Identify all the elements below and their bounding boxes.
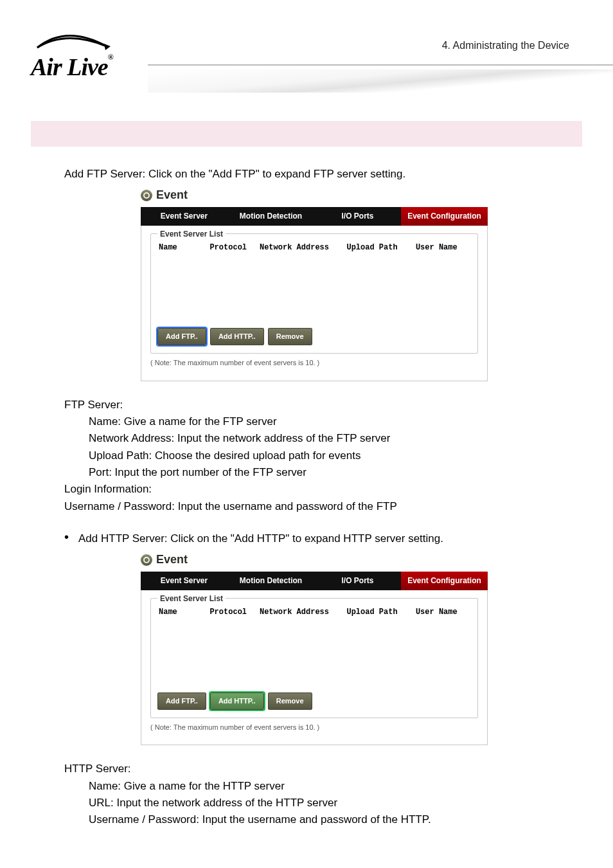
http-line-url: URL: Input the network address of the HT… — [89, 795, 564, 811]
column-headers: NameProtocol Network AddressUpload Path … — [157, 239, 471, 254]
ftp-line-name: Name: Give a name for the FTP server — [89, 413, 564, 430]
tab-motion-detection[interactable]: Motion Detection — [227, 207, 314, 226]
logo-arc-icon — [31, 32, 127, 50]
ftp-intro: Add FTP Server: Click on the "Add FTP" t… — [64, 166, 564, 183]
ftp-server-head: FTP Server: — [64, 397, 564, 413]
event-tabs: Event Server Motion Detection I/O Ports … — [141, 207, 488, 226]
chapter-label: 4. Administrating the Device — [442, 40, 569, 51]
tab-event-server[interactable]: Event Server — [141, 207, 227, 226]
ftp-line-port: Port: Input the port number of the FTP s… — [89, 464, 564, 481]
http-line-name: Name: Give a name for the HTTP server — [89, 778, 564, 795]
add-ftp-button[interactable]: Add FTP.. — [157, 328, 206, 345]
tab-event-configuration[interactable]: Event Configuration — [401, 572, 488, 590]
login-info-line: Username / Password: Input the username … — [64, 498, 564, 515]
event-screenshot-http: Event Event Server Motion Detection I/O … — [141, 551, 488, 745]
max-servers-note: ( Note: The maximum number of event serv… — [150, 357, 478, 368]
event-tabs: Event Server Motion Detection I/O Ports … — [141, 572, 488, 590]
login-info-head: Login Information: — [64, 481, 564, 498]
event-title: Event — [156, 551, 188, 569]
tab-io-ports[interactable]: I/O Ports — [314, 207, 401, 226]
fieldset-legend: Event Server List — [157, 228, 226, 240]
ftp-line-addr: Network Address: Input the network addre… — [89, 430, 564, 447]
add-http-button[interactable]: Add HTTP.. — [210, 692, 264, 710]
fieldset-legend: Event Server List — [157, 593, 226, 605]
registered-icon: ® — [108, 53, 113, 62]
logo-text: Air Live — [31, 53, 108, 80]
event-icon — [141, 190, 152, 201]
tab-event-configuration[interactable]: Event Configuration — [401, 207, 488, 226]
event-icon — [141, 554, 152, 566]
add-http-button[interactable]: Add HTTP.. — [210, 328, 264, 345]
event-server-list: Event Server List NameProtocol Network A… — [150, 598, 478, 719]
tab-event-server[interactable]: Event Server — [141, 572, 227, 590]
remove-button[interactable]: Remove — [268, 328, 312, 345]
add-ftp-button[interactable]: Add FTP.. — [157, 692, 206, 710]
ftp-line-path: Upload Path: Choose the desired upload p… — [89, 448, 564, 464]
server-list-box — [157, 618, 471, 689]
max-servers-note: ( Note: The maximum number of event serv… — [150, 722, 478, 733]
http-server-head: HTTP Server: — [64, 761, 564, 777]
brand-logo: Air Live® — [31, 32, 147, 81]
section-band — [31, 121, 582, 147]
http-intro: Add HTTP Server: Click on the "Add HTTP"… — [78, 530, 443, 547]
tab-motion-detection[interactable]: Motion Detection — [227, 572, 314, 590]
event-title: Event — [156, 186, 188, 204]
tab-io-ports[interactable]: I/O Ports — [314, 572, 401, 590]
column-headers: NameProtocol Network AddressUpload Path … — [157, 604, 471, 619]
server-list-box — [157, 253, 471, 324]
bullet-icon: • — [64, 530, 78, 543]
header-accent — [148, 69, 613, 93]
header-divider — [148, 64, 613, 66]
event-server-list: Event Server List NameProtocol Network A… — [150, 233, 478, 354]
remove-button[interactable]: Remove — [268, 692, 312, 710]
http-line-auth: Username / Password: Input the username … — [89, 811, 564, 828]
event-screenshot-ftp: Event Event Server Motion Detection I/O … — [141, 186, 488, 381]
